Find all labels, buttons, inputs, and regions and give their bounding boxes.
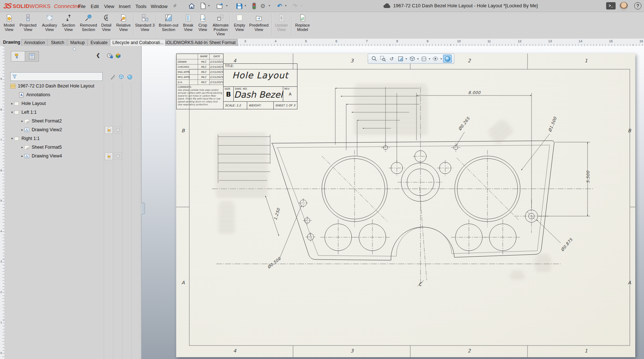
view-orientation-icon[interactable] bbox=[408, 55, 416, 62]
collapse-arrow[interactable]: ▾ bbox=[10, 110, 14, 114]
settings-dropdown[interactable]: ▾ bbox=[269, 4, 270, 7]
ribbon-button-detail-view[interactable]: A Detail View bbox=[98, 13, 114, 37]
section-view-icon[interactable] bbox=[396, 55, 404, 62]
new-document-button[interactable] bbox=[198, 2, 207, 10]
ghost-cube-icon[interactable] bbox=[114, 152, 122, 160]
history-lock-icon[interactable] bbox=[106, 52, 114, 60]
referenced-part-icon[interactable] bbox=[105, 152, 113, 160]
feature-tree-tab[interactable] bbox=[11, 51, 25, 62]
panel-resize-grip[interactable] bbox=[141, 203, 145, 214]
ribbon-button-relative-view[interactable]: Relative View bbox=[114, 13, 133, 37]
menu-edit[interactable]: Edit bbox=[89, 3, 100, 10]
open-button[interactable] bbox=[216, 2, 224, 10]
ribbon-button-standard-3-view[interactable]: Standard 3 View bbox=[135, 13, 155, 37]
ribbon-button-alternate-position-view[interactable]: Alternate Position View bbox=[210, 13, 232, 37]
ribbon-button-replace-model[interactable]: Replace Model bbox=[292, 13, 313, 37]
settings-gear-button[interactable]: ⚙ bbox=[258, 2, 267, 10]
ds-logo-glyph: 3S bbox=[3, 2, 12, 10]
zoom-to-area-icon[interactable] bbox=[379, 55, 387, 62]
tree-item-right-sheet[interactable]: ▾ Right 1:1 bbox=[4, 134, 147, 143]
ribbon-button-broken-out-section[interactable]: Broken-out Section bbox=[157, 13, 181, 37]
property-manager-tab[interactable] bbox=[25, 51, 39, 62]
zoom-to-fit-icon[interactable] bbox=[370, 55, 378, 62]
help-icon[interactable]: ? bbox=[634, 2, 641, 9]
expand-arrow[interactable]: ▸ bbox=[20, 119, 24, 123]
edit-appearance-icon[interactable] bbox=[443, 55, 452, 63]
ribbon-button-section-view[interactable]: Section View bbox=[60, 13, 77, 37]
tab-drawing[interactable]: Drawing bbox=[2, 39, 21, 46]
feature-manager-panel: ❮ 1967-72 C10 Dash Bezel Hole Layout bbox=[4, 46, 142, 359]
tab-solidworks-add-ins[interactable]: SOLIDWORKS Add-Ins bbox=[165, 39, 208, 46]
zone-column-label: 4 bbox=[232, 348, 238, 354]
collapse-panel-chevron[interactable]: ❮ bbox=[96, 52, 100, 58]
ribbon-button-empty-view[interactable]: Empty View bbox=[232, 13, 248, 37]
ribbon-button-projected-view[interactable]: Projected View bbox=[18, 13, 38, 37]
menu-view[interactable]: View bbox=[103, 3, 116, 10]
expand-arrow[interactable]: ▸ bbox=[20, 145, 24, 149]
display-style-icon[interactable] bbox=[420, 55, 428, 62]
expand-arrow[interactable]: ▸ bbox=[20, 128, 24, 132]
lifecycle-status-icon[interactable] bbox=[250, 2, 258, 10]
view-orientation-dropdown[interactable]: ▾ bbox=[417, 57, 419, 61]
menu-insert[interactable]: Insert bbox=[117, 3, 132, 10]
ribbon-button-model-view[interactable]: Model View bbox=[0, 13, 18, 37]
previous-view-icon[interactable]: ↺ bbox=[388, 55, 396, 62]
new-document-dropdown[interactable]: ▾ bbox=[208, 4, 210, 7]
display-style-dropdown[interactable]: ▾ bbox=[429, 57, 430, 61]
transparent-cube-icon[interactable] bbox=[117, 73, 125, 81]
menu-tools[interactable]: Tools bbox=[134, 3, 148, 10]
ruler-number: 5 bbox=[0, 199, 2, 202]
menu-file[interactable]: File bbox=[76, 3, 87, 10]
tab-evaluate[interactable]: Evaluate bbox=[87, 39, 111, 46]
collapse-arrow[interactable]: ▾ bbox=[10, 137, 14, 140]
ghost-cube-icon[interactable] bbox=[114, 126, 122, 134]
expand-arrow[interactable]: ▸ bbox=[20, 154, 24, 158]
tree-item-sheet-format5[interactable]: ▸ Sheet Format5 bbox=[4, 143, 157, 152]
save-button[interactable] bbox=[235, 2, 244, 10]
pencil-slash-icon[interactable] bbox=[109, 73, 117, 81]
referenced-part-icon[interactable] bbox=[105, 126, 113, 134]
open-dropdown[interactable]: ▾ bbox=[226, 4, 228, 7]
menu-window[interactable]: Window bbox=[149, 3, 169, 10]
tree-item-sheet-format2[interactable]: ▸ Sheet Format2 bbox=[4, 117, 157, 125]
color-cube-icon[interactable] bbox=[114, 52, 122, 60]
title-bar: 3S SOLIDWORKS Connected File Edit View I… bbox=[0, 0, 644, 12]
tab-lifecycle-collaboration[interactable]: Lifecycle and Collaborati... bbox=[110, 39, 166, 46]
save-dropdown[interactable]: ▾ bbox=[245, 4, 246, 7]
tab-annotation[interactable]: Annotation bbox=[21, 39, 48, 46]
drawing-title: Hole Layout bbox=[224, 70, 297, 81]
ribbon-button-predefined-view[interactable]: Predefined View bbox=[248, 13, 270, 37]
tab-sketch[interactable]: Sketch bbox=[47, 39, 68, 46]
hide-show-items-icon[interactable] bbox=[431, 55, 439, 62]
pin-menu-icon[interactable] bbox=[170, 2, 179, 10]
tree-item-root[interactable]: 1967-72 C10 Dash Bezel Hole Layout bbox=[4, 82, 147, 90]
ribbon-button-removed-section[interactable]: Removed Section bbox=[78, 13, 99, 37]
ribbon-button-break-view[interactable]: Break View bbox=[181, 13, 196, 37]
expand-arrow[interactable]: ▸ bbox=[10, 102, 14, 105]
home-button[interactable] bbox=[187, 2, 196, 10]
undo-dropdown[interactable]: ▾ bbox=[285, 4, 287, 7]
display-sphere-icon[interactable] bbox=[126, 73, 134, 81]
ruler-number: 16 bbox=[640, 39, 643, 43]
tab-markup[interactable]: Markup bbox=[67, 39, 88, 46]
filter-input[interactable] bbox=[19, 74, 96, 79]
tree-item-drawing-view2[interactable]: ▸ Drawing View2 bbox=[4, 125, 157, 134]
tree-item-annotations[interactable]: A Annotations bbox=[4, 90, 155, 99]
user-avatar[interactable] bbox=[620, 2, 628, 10]
section-view-dropdown[interactable]: ▾ bbox=[406, 57, 407, 61]
command-console-icon[interactable]: >_ bbox=[606, 2, 616, 9]
svg-text:C: C bbox=[419, 282, 422, 287]
ribbon-button-crop-view[interactable]: Crop View bbox=[196, 13, 210, 37]
ruler-number: 5 bbox=[305, 39, 307, 43]
undo-button[interactable]: ↶ bbox=[275, 2, 284, 10]
tree-item-drawing-view4[interactable]: ▸ Drawing View4 bbox=[4, 152, 157, 160]
tree-item-left-sheet[interactable]: ▾ Left 1:1 bbox=[4, 108, 147, 117]
ribbon-button-auxiliary-view[interactable]: Auxiliary View bbox=[40, 13, 59, 37]
panel-splitter-dot[interactable] bbox=[73, 47, 76, 51]
tree-item-hole-layout[interactable]: ▸ Hole Layout bbox=[4, 99, 147, 108]
tree-filter-box[interactable] bbox=[10, 72, 103, 81]
hide-show-items-dropdown[interactable]: ▾ bbox=[440, 57, 442, 61]
tab-sheet-format[interactable]: Sheet Format bbox=[208, 39, 237, 46]
drawing-sheet[interactable]: C 8.000 5.500 Ø0.265 Ø1.500 1.250 Ø0.500… bbox=[176, 54, 635, 357]
blurred-annotation-region bbox=[510, 272, 525, 281]
